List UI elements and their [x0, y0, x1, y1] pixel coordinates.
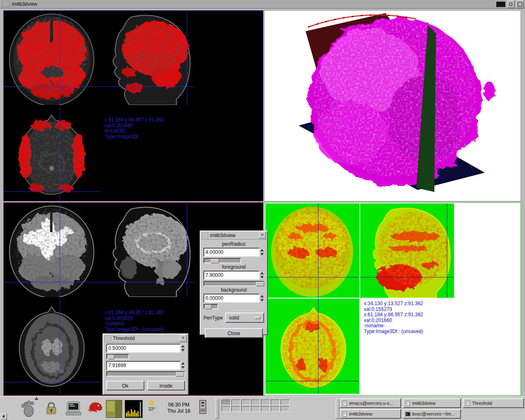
weather-applet[interactable]: 22° — [144, 399, 159, 418]
pen-radius-slider[interactable] — [203, 258, 241, 263]
threshold-low-slider[interactable] — [106, 354, 129, 359]
mozilla-launcher-button[interactable] — [88, 400, 103, 416]
workspace-cell[interactable] — [251, 406, 260, 412]
task-label: bosc@vercors:~/Im... — [412, 411, 455, 416]
viewer-a-coronal-view[interactable] — [4, 11, 100, 105]
foreground-field[interactable] — [203, 271, 260, 280]
info-type: Type:Image3Df : (unsaved) — [364, 329, 423, 335]
pen-dialog-title: imlib3dview — [210, 233, 257, 238]
workspace-cell[interactable] — [241, 399, 250, 405]
viewer-c-info: x:34.130 y:13.527 z:91.362 val:0.155273 … — [364, 301, 423, 334]
task-button-emacs[interactable]: emacs@vercors.u-s... — [340, 398, 401, 408]
task-button-bosc-terminal[interactable]: bosc@vercors:~/Im... — [403, 409, 461, 419]
main-titlebar[interactable]: imlib3dview — [0, 0, 525, 9]
desktop-pager-thumbnail[interactable] — [106, 400, 122, 418]
slider-thumb[interactable] — [256, 282, 264, 286]
workspace-cell[interactable] — [271, 406, 280, 412]
background-slider[interactable] — [203, 304, 218, 309]
lock-launcher-button[interactable] — [44, 401, 58, 416]
pen-dialog-titlebar[interactable]: imlib3dview × — [201, 231, 267, 240]
workspace-cell[interactable] — [221, 399, 231, 405]
workspace-cell[interactable] — [241, 406, 250, 412]
terminal-launcher-button[interactable] — [66, 401, 81, 416]
spin-up-button[interactable] — [260, 271, 264, 275]
dialog-menu-icon[interactable] — [202, 233, 208, 238]
background-label: background — [203, 287, 264, 293]
viewer-b-sagittal-view[interactable] — [100, 203, 194, 297]
workspace-cell[interactable] — [281, 406, 290, 412]
close-icon[interactable]: × — [180, 335, 187, 342]
task-button-threshold[interactable]: Threshold — [463, 398, 524, 408]
viewer-b-axial-view[interactable] — [4, 298, 100, 395]
workspace-cell[interactable] — [261, 406, 270, 412]
viewer-a-axial-view[interactable] — [4, 106, 100, 201]
clock-applet[interactable]: 06:30 PM Thu Jul 18 — [161, 400, 197, 416]
spin-up-button[interactable] — [180, 344, 185, 348]
titlebar-dark-box — [496, 2, 505, 7]
threshold-high-field[interactable] — [106, 361, 180, 370]
inside-button[interactable]: inside — [147, 381, 185, 390]
workspace-cell[interactable] — [221, 406, 231, 412]
lock-icon — [44, 401, 58, 416]
close-icon[interactable]: × — [259, 232, 266, 239]
panel-handle[interactable] — [336, 399, 340, 419]
temperature-label: 22° — [148, 406, 155, 411]
task-button-imlib3dview-1[interactable]: imlib3dview — [340, 409, 401, 419]
window-icon — [342, 411, 347, 417]
ok-button[interactable]: Ok — [106, 381, 144, 390]
dialog-menu-icon[interactable] — [105, 336, 111, 341]
info-filename: -noname- — [364, 323, 423, 329]
workspace-cell[interactable] — [271, 399, 280, 405]
workspace-cell[interactable] — [281, 399, 290, 405]
foreground-slider[interactable] — [203, 281, 264, 286]
close-button[interactable]: Close — [205, 328, 263, 338]
system-monitor-applet[interactable] — [125, 400, 143, 418]
background-spinner — [260, 294, 264, 303]
info-value: val:0.403320 — [105, 316, 164, 322]
taskbar-panel: 22° 06:30 PM Thu Jul 18 ema — [0, 396, 525, 420]
background-field[interactable] — [203, 294, 260, 303]
viewer-b-coronal-view[interactable] — [4, 203, 100, 297]
foreground-spinner — [260, 271, 264, 280]
spin-up-button[interactable] — [260, 294, 264, 298]
threshold-high-slider[interactable] — [106, 371, 185, 377]
threshold-low-field[interactable] — [106, 344, 180, 353]
viewer-c-axial-view[interactable] — [265, 299, 359, 394]
spin-down-button[interactable] — [260, 299, 264, 302]
threshold-low-spinner — [180, 344, 185, 353]
task-button-imlib3dview-2[interactable]: imlib3dview — [403, 398, 461, 408]
spin-down-button[interactable] — [180, 349, 185, 352]
viewer-c-sagittal-view[interactable] — [360, 203, 454, 298]
viewer-c-coronal-view[interactable] — [265, 203, 359, 298]
workspace-pager — [221, 399, 290, 412]
spin-down-button[interactable] — [180, 366, 185, 370]
modem-lights-applet[interactable] — [199, 400, 206, 414]
spin-up-button[interactable] — [180, 361, 185, 365]
render-3d-view[interactable] — [265, 11, 520, 200]
pen-radius-field[interactable] — [203, 248, 260, 257]
slider-thumb[interactable] — [211, 259, 219, 263]
slider-thumb[interactable] — [176, 372, 184, 377]
slider-thumb[interactable] — [205, 305, 212, 309]
main-menu-button[interactable] — [20, 400, 36, 417]
panel-hide-button[interactable] — [1, 413, 7, 420]
workspace-cell[interactable] — [261, 399, 270, 405]
clock-time: 06:30 PM — [168, 402, 189, 408]
spin-down-button[interactable] — [260, 253, 264, 256]
viewer-a-sagittal-view[interactable] — [100, 11, 194, 105]
spin-down-button[interactable] — [260, 276, 264, 279]
info-coords-2: x:61.184 y:86.957 z:91.362 — [364, 312, 423, 318]
threshold-dialog-titlebar[interactable]: Threshold × — [103, 334, 188, 342]
window-icon — [405, 411, 411, 417]
window-menu-icon[interactable] — [2, 1, 10, 7]
slider-thumb[interactable] — [108, 355, 114, 359]
pen-type-label: PenType — [203, 315, 223, 321]
workspace-cell[interactable] — [231, 406, 240, 412]
workspace-cell[interactable] — [231, 399, 240, 405]
spin-up-button[interactable] — [260, 248, 264, 252]
workspace-cell[interactable] — [251, 399, 260, 405]
maximize-button[interactable] — [516, 0, 524, 8]
iconify-button[interactable] — [507, 0, 515, 8]
panel-handle[interactable] — [215, 399, 219, 419]
pen-type-dropdown[interactable]: solid — [225, 313, 264, 323]
